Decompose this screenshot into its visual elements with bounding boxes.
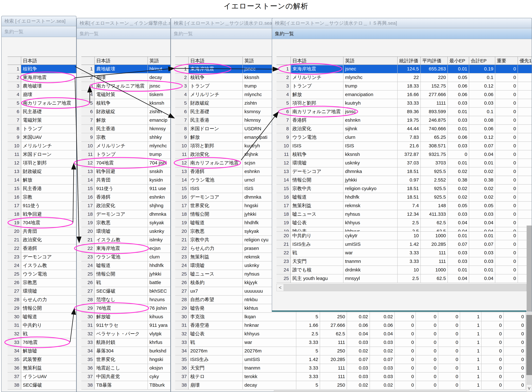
column-header-jp[interactable]: 日本語 xyxy=(291,56,344,65)
table-row[interactable]: 7電磁対策 xyxy=(8,116,76,125)
table-row[interactable]: 4解放emancipation16.66277.6660.060.060 xyxy=(276,90,532,99)
table-row[interactable]: 15911使う911 use xyxy=(81,185,171,193)
table-row[interactable]: 29情報公開 xyxy=(8,304,76,313)
table-row[interactable]: 17911使う xyxy=(8,202,76,210)
table-row[interactable]: 20中共釣りcykytr1010000.010.010 xyxy=(276,232,532,240)
column-header-v1[interactable]: 平均評価 xyxy=(421,56,448,65)
table-row[interactable]: 17無策利益rekmsk7.41480.050.050 xyxy=(276,202,532,210)
table-row[interactable]: 11米国ドローン xyxy=(8,150,76,159)
window-titlebar[interactable]: 検索[イエローストーン＿サウジ淡水テロ＿ＩＳ再興.sea] xyxy=(272,18,532,28)
table-row[interactable]: 10メリルリンチ xyxy=(8,142,76,150)
table-row[interactable]: 33航路封鎖khrfus xyxy=(81,338,171,347)
table-row[interactable]: 28范増なしhnzuns xyxy=(81,296,171,304)
table-row[interactable]: 2メリルリンチmlynchc222200.050.10 xyxy=(276,73,532,82)
table-row[interactable]: 37イランUAV xyxy=(8,373,76,381)
column-header-v4[interactable]: 重要 xyxy=(495,56,518,65)
table-row[interactable]: 5項羽と劉邦kuutryh33.3311110.030.030 xyxy=(276,99,532,108)
table-row[interactable]: 18戦争回避 xyxy=(8,210,76,219)
table-row[interactable]: 23デーモンコア xyxy=(8,253,76,261)
table-row[interactable]: 9米国UAV xyxy=(8,133,76,142)
table-row[interactable]: 19嘘公表khhyus2.562.50.040.040 xyxy=(276,219,532,227)
table-row[interactable]: 24イスラム教 xyxy=(8,261,76,270)
table-row[interactable]: 16嘘報道hhdhfk18.51925.50.020.020 xyxy=(276,193,532,202)
horizontal-scrollbar[interactable] xyxy=(276,284,527,291)
table-row[interactable]: 4電磁対策tiskem xyxy=(81,90,171,99)
table-row[interactable]: 35世界変化hngski xyxy=(81,355,171,364)
table-row[interactable]: 30嘘報道 xyxy=(8,313,76,321)
bottom-horizontal-scrollbar[interactable] xyxy=(274,390,469,392)
table-row[interactable]: 1核戦争 xyxy=(8,65,76,73)
table-row[interactable]: 1農地破壊hkinut xyxy=(81,65,171,73)
column-header-v2[interactable]: 最小EP xyxy=(448,56,469,65)
table-row[interactable]: 19宗教悪sykyak xyxy=(81,219,171,227)
table-row[interactable]: 6民主基礎 xyxy=(8,108,76,116)
table-row[interactable]: 5核戦争kksnsh xyxy=(81,99,171,108)
table-row[interactable]: 2976地震76 jishin xyxy=(81,304,171,313)
table-row[interactable]: 28らせんの力 xyxy=(8,296,76,304)
table-row[interactable]: 38崩壊decay52500.020.02000100 xyxy=(175,381,526,390)
table-row[interactable]: 12項羽と劉邦 xyxy=(8,159,76,168)
table-row[interactable]: 1東海岸地震jsnec124.5655.2630.010.190 xyxy=(276,65,532,73)
table-row[interactable]: 20共青団 xyxy=(8,227,76,236)
table-row[interactable]: 32嘘公表khhyus2.562.50.040.04000100 xyxy=(175,330,526,338)
table-row[interactable]: 22東海岸地震ecjsn xyxy=(81,244,171,253)
table-row[interactable]: 13デーモンコアdhmnka18.51925.50.020.020 xyxy=(276,168,532,176)
table-row[interactable]: 19704地震 xyxy=(8,219,76,227)
table-row[interactable]: 6南カリフォルニア地震jsnsc89.36893.5990.010.10 xyxy=(276,108,532,116)
table-row[interactable]: 30解放嘘kihuus xyxy=(81,313,171,321)
scroll-left-button[interactable]: < xyxy=(276,284,284,291)
table-row[interactable]: 22戦war3.331110.030.030 xyxy=(276,249,532,257)
vertical-scrollbar-upper[interactable] xyxy=(527,225,532,312)
table-row[interactable]: 36天安門tnanmn3.331110.030.03000100 xyxy=(175,364,526,373)
table-row[interactable]: 38SEC爆破 xyxy=(8,381,76,390)
table-row[interactable]: 8政治変化sijhnk44.44740.6660.010.060 xyxy=(276,125,532,133)
table-row[interactable]: 24誰でも核drdmkk1010000.010.010 xyxy=(276,266,532,274)
table-row[interactable]: 17政治変化shjhng xyxy=(81,202,171,210)
tab-aggregate-list[interactable]: 集約一覧 xyxy=(77,29,170,39)
table-row[interactable]: 12704地震704 jishi xyxy=(81,159,171,168)
table-row[interactable]: 37核テロterokk3.331110.030.03000100 xyxy=(175,373,526,381)
table-row[interactable]: 12環境嘘usknky37.0337030.010.010 xyxy=(276,159,532,168)
table-row[interactable]: 11トランプtrump xyxy=(81,150,171,159)
table-row[interactable]: 25ウラン電池 xyxy=(8,270,76,279)
tab-aggregate-list[interactable]: 集約一覧 xyxy=(272,29,532,39)
table-row-glitch-duplicate[interactable]: 19嘘公表khhyus2.562.50.040.040 xyxy=(276,227,532,232)
table-row[interactable]: 21イスラム教islmky xyxy=(81,236,171,244)
column-header-blank[interactable] xyxy=(8,56,21,65)
table-row[interactable]: 13財政破綻 xyxy=(8,168,76,176)
table-row[interactable]: 14情報公開jyhkki0.972.5520.380.380 xyxy=(276,176,532,185)
table-row[interactable]: 36無策利益 xyxy=(8,364,76,373)
window-titlebar[interactable]: 検索[イエローストーン＿イラン爆撃停止.sea] xyxy=(77,18,170,28)
table-row[interactable]: 30李克強lkqan52500.020.02000100 xyxy=(175,313,526,321)
column-header-v0[interactable]: 統計評価 xyxy=(398,56,421,65)
table-row[interactable]: 23ウラン電池clurn xyxy=(81,253,171,261)
table-row[interactable]: 9ウラン電池clurn7.8365.250.060.120 xyxy=(276,133,532,142)
table-row[interactable]: 15宗教中共religion cyukyo18.51925.50.020.020 xyxy=(276,185,532,193)
table-row[interactable]: 7解放emancip xyxy=(81,116,171,125)
table-row[interactable]: 6財政破綻zishtn xyxy=(81,108,171,116)
column-header-v3[interactable]: 合計EP xyxy=(469,56,495,65)
table-row[interactable]: 8トランプ xyxy=(8,125,76,133)
table-row[interactable]: 5南カリフォルニア地震 xyxy=(8,99,76,108)
table-row[interactable]: 10メリルリンチmlynchc xyxy=(81,142,171,150)
table-row[interactable]: 22香港餌 xyxy=(8,244,76,253)
column-header-jp[interactable]: 日本語 xyxy=(95,56,148,65)
table-row[interactable]: 23天安門tnanmn3.331110.030.030 xyxy=(276,257,532,266)
table-row[interactable]: 25民主 youth leagumnsyyl2.562.50.040.040 xyxy=(276,274,532,283)
table-row[interactable]: 38TB暴落TBburk xyxy=(81,381,171,390)
table-row[interactable]: 9宗教shhky xyxy=(81,133,171,142)
table-row[interactable]: 3農地破壊 xyxy=(8,82,76,90)
tab-aggregate-list[interactable]: 集約一覧 xyxy=(2,27,76,37)
table-row[interactable]: 34暴落304burkshd xyxy=(81,347,171,355)
table-row[interactable]: 8民主香港hkmnsy xyxy=(81,125,171,133)
table-row[interactable]: 21政治変化 xyxy=(8,236,76,244)
table-row[interactable]: 18デーモンコアdhmnka xyxy=(81,210,171,219)
table-row[interactable]: 14共青団kysidn xyxy=(81,176,171,185)
table-row[interactable]: 4崩壊 xyxy=(8,90,76,99)
column-header-blank[interactable] xyxy=(81,56,95,65)
table-row[interactable]: 31香港空港hnknar1.6627.6660.060.06000100 xyxy=(175,321,526,330)
table-row[interactable]: 18嘘ニュースnyhsus12.34411.3330.030.030 xyxy=(276,210,532,219)
table-row[interactable]: 31911ヤラセ911 yara xyxy=(81,321,171,330)
table-row[interactable]: 3南カリフォルニア地震jsnsc xyxy=(81,82,171,90)
table-row[interactable]: 2崩壊decay xyxy=(81,73,171,82)
